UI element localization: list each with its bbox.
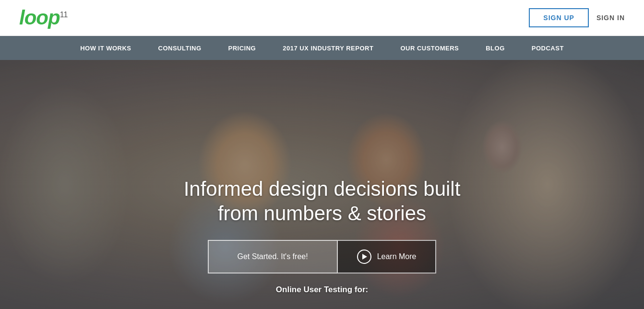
nav-pricing[interactable]: PRICING xyxy=(215,36,270,60)
nav-ux-report[interactable]: 2017 UX INDUSTRY REPORT xyxy=(269,36,387,60)
header: loop11 SIGN UP SIGN IN xyxy=(0,0,644,36)
hero-buttons: Get Started. It's free! Learn More xyxy=(208,240,437,273)
logo[interactable]: loop11 xyxy=(19,6,67,29)
logo-text: loop xyxy=(19,6,60,29)
logo-wordmark: loop11 xyxy=(19,6,67,29)
logo-superscript: 11 xyxy=(60,11,68,19)
nav-consulting[interactable]: CONSULTING xyxy=(145,36,215,60)
hero-title-line1: Informed design decisions built xyxy=(184,178,461,200)
nav-how-it-works[interactable]: HOW IT WORKS xyxy=(67,36,144,60)
hero-subtitle: Online User Testing for: xyxy=(276,285,368,295)
main-nav: HOW IT WORKS CONSULTING PRICING 2017 UX … xyxy=(0,36,644,60)
nav-our-customers[interactable]: OUR CUSTOMERS xyxy=(387,36,472,60)
signin-button[interactable]: SIGN IN xyxy=(596,14,625,22)
header-actions: SIGN UP SIGN IN xyxy=(529,8,625,27)
nav-blog[interactable]: BLOG xyxy=(472,36,518,60)
hero-title-line2: from numbers & stories xyxy=(218,202,426,225)
hero-section: Informed design decisions built from num… xyxy=(0,60,644,309)
hero-content: Informed design decisions built from num… xyxy=(0,177,644,295)
nav-podcast[interactable]: PODCAST xyxy=(518,36,577,60)
hero-title: Informed design decisions built from num… xyxy=(184,177,461,226)
play-triangle xyxy=(362,254,367,260)
play-icon xyxy=(357,250,371,264)
learn-more-button[interactable]: Learn More xyxy=(338,240,437,273)
get-started-button[interactable]: Get Started. It's free! xyxy=(208,240,338,273)
signup-button[interactable]: SIGN UP xyxy=(529,8,589,27)
learn-more-label: Learn More xyxy=(377,252,417,261)
